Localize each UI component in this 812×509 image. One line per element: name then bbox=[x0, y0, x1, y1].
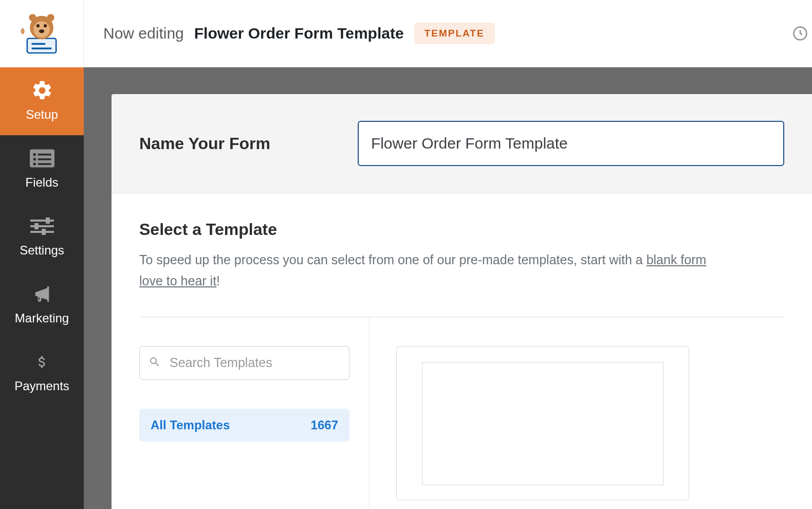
dollar-icon bbox=[30, 352, 54, 372]
sidebar-item-label: Settings bbox=[20, 243, 64, 258]
category-all-templates[interactable]: All Templates 1667 bbox=[139, 409, 349, 442]
search-templates-input[interactable] bbox=[139, 346, 349, 380]
svg-rect-14 bbox=[38, 158, 51, 160]
search-icon bbox=[149, 356, 161, 370]
template-categories-pane: All Templates 1667 bbox=[139, 317, 370, 510]
svg-point-6 bbox=[44, 24, 47, 27]
sidebar-item-label: Marketing bbox=[15, 311, 69, 325]
page-title: Flower Order Form Template bbox=[194, 25, 404, 42]
logo[interactable] bbox=[0, 0, 84, 67]
content-backdrop: Name Your Form Select a Template To spee… bbox=[84, 67, 812, 509]
svg-rect-20 bbox=[34, 223, 39, 229]
history-icon[interactable] bbox=[792, 26, 808, 43]
form-name-input[interactable] bbox=[358, 121, 784, 166]
name-form-section: Name Your Form bbox=[112, 94, 812, 193]
select-template-heading: Select a Template bbox=[139, 220, 784, 239]
sidebar-item-payments[interactable]: Payments bbox=[0, 339, 84, 407]
svg-point-5 bbox=[36, 24, 40, 27]
topbar: Now editing Flower Order Form Template T… bbox=[84, 0, 812, 67]
svg-rect-16 bbox=[38, 163, 51, 165]
svg-rect-12 bbox=[38, 153, 51, 155]
select-template-section: Select a Template To speed up the proces… bbox=[112, 193, 812, 509]
sidebar-item-setup[interactable]: Setup bbox=[0, 67, 84, 135]
desc-text: To speed up the process you can select f… bbox=[139, 252, 647, 267]
wpforms-logo-icon bbox=[19, 11, 64, 57]
list-icon bbox=[30, 149, 54, 168]
bullhorn-icon bbox=[30, 284, 54, 304]
sidebar-item-marketing[interactable]: Marketing bbox=[0, 271, 84, 339]
sidebar-item-label: Setup bbox=[26, 107, 58, 122]
template-preview-inner bbox=[422, 362, 663, 485]
hear-it-link[interactable]: love to hear it bbox=[139, 274, 216, 288]
svg-rect-18 bbox=[46, 217, 50, 224]
svg-point-8 bbox=[29, 14, 36, 21]
setup-panel: Name Your Form Select a Template To spee… bbox=[112, 94, 812, 509]
sidebar-item-label: Payments bbox=[14, 379, 69, 393]
template-preview-card[interactable] bbox=[396, 346, 689, 500]
sidebar-item-settings[interactable]: Settings bbox=[0, 203, 84, 271]
sidebar-item-fields[interactable]: Fields bbox=[0, 135, 84, 203]
editing-prefix: Now editing bbox=[103, 25, 184, 42]
svg-point-9 bbox=[47, 14, 54, 21]
svg-point-13 bbox=[33, 158, 36, 161]
sliders-icon bbox=[30, 216, 54, 236]
gear-icon bbox=[30, 81, 54, 100]
category-count: 1667 bbox=[311, 418, 338, 432]
svg-point-11 bbox=[33, 153, 36, 156]
template-preview-pane bbox=[370, 317, 784, 510]
sidebar-item-label: Fields bbox=[25, 175, 58, 190]
svg-rect-19 bbox=[30, 225, 54, 227]
blank-form-link[interactable]: blank form bbox=[647, 252, 707, 267]
svg-point-15 bbox=[33, 162, 36, 166]
svg-rect-17 bbox=[30, 220, 54, 222]
select-template-description: To speed up the process you can select f… bbox=[139, 249, 784, 292]
svg-rect-22 bbox=[42, 229, 46, 235]
svg-point-7 bbox=[39, 29, 45, 33]
desc-tail: ! bbox=[216, 274, 220, 288]
template-badge: TEMPLATE bbox=[414, 23, 495, 44]
sidebar: Setup Fields Settings Marketing bbox=[0, 0, 84, 509]
name-form-label: Name Your Form bbox=[139, 134, 270, 153]
svg-rect-0 bbox=[27, 38, 56, 52]
category-label: All Templates bbox=[151, 418, 230, 432]
